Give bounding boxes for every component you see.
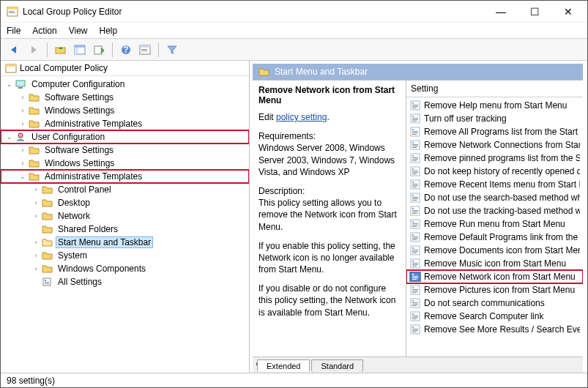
tree-item-software-settings[interactable]: ›Software Settings <box>1 91 249 104</box>
setting-row[interactable]: Remove Music icon from Start Menu <box>406 257 583 270</box>
tab-extended[interactable]: Extended <box>257 359 310 372</box>
svg-rect-13 <box>141 49 147 50</box>
setting-label: Remove Default Programs link from the St… <box>424 232 580 242</box>
setting-row[interactable]: Remove Network icon from Start Menu <box>406 270 583 283</box>
setting-row[interactable]: Remove pinned programs list from the Sta… <box>406 152 583 165</box>
up-folder-button[interactable] <box>53 42 69 58</box>
view-tabs: ⟨ Extended Standard <box>253 357 583 373</box>
tree-item-software-settings[interactable]: ›Software Settings <box>1 143 249 157</box>
forward-button[interactable] <box>26 42 42 58</box>
menu-action[interactable]: Action <box>32 26 56 36</box>
show-hide-tree-button[interactable] <box>72 42 88 58</box>
properties-button[interactable] <box>137 42 153 58</box>
column-header-setting[interactable]: Setting <box>406 81 583 97</box>
tree-item-control-panel[interactable]: ›Control Panel <box>1 183 249 196</box>
close-button[interactable]: ✕ <box>558 6 578 18</box>
svg-rect-1 <box>7 7 18 10</box>
svg-rect-105 <box>412 313 414 315</box>
expand-icon[interactable]: ⌄ <box>5 133 14 141</box>
setting-row[interactable]: Turn off user tracking <box>406 112 583 125</box>
svg-rect-92 <box>412 277 418 278</box>
tree-item-start-menu-taskbar[interactable]: ›Start Menu and Taskbar <box>1 236 249 249</box>
filter-button[interactable] <box>164 42 180 58</box>
setting-row[interactable]: Do not keep history of recently opened d… <box>406 165 583 178</box>
svg-rect-71 <box>412 223 418 224</box>
expand-icon[interactable]: › <box>18 106 27 115</box>
setting-row[interactable]: Do not use the tracking-based method whe <box>406 204 583 217</box>
tree-item-network[interactable]: ›Network <box>1 209 249 223</box>
tree-item-shared-folders[interactable]: Shared Folders <box>1 223 249 236</box>
expand-icon[interactable]: › <box>31 251 40 260</box>
setting-label: Remove All Programs list from the Start … <box>424 127 580 137</box>
expand-icon[interactable]: ⌄ <box>18 172 27 181</box>
svg-rect-73 <box>412 226 417 227</box>
tree-item-system[interactable]: ›System <box>1 249 249 262</box>
tab-standard[interactable]: Standard <box>311 359 363 372</box>
expand-icon[interactable]: › <box>31 185 40 194</box>
svg-rect-107 <box>412 317 418 318</box>
setting-row[interactable]: Remove Pictures icon from Start Menu <box>406 283 583 296</box>
window-controls: — ☐ ✕ <box>491 6 578 18</box>
expand-icon[interactable]: › <box>31 212 40 220</box>
setting-row[interactable]: Remove Network Connections from Start M <box>406 138 583 152</box>
menu-view[interactable]: View <box>69 26 88 36</box>
edit-policy-link[interactable]: policy setting <box>276 112 327 122</box>
expand-icon[interactable]: › <box>31 238 40 247</box>
svg-rect-62 <box>412 198 418 199</box>
setting-row[interactable]: Do not use the search-based method when <box>406 191 583 204</box>
setting-row[interactable]: Remove Documents icon from Start Menu <box>406 244 583 257</box>
tree-root-label[interactable]: Local Computer Policy <box>20 63 108 73</box>
expand-icon[interactable]: › <box>18 146 27 154</box>
svg-rect-95 <box>412 287 414 288</box>
tree-item-admin-templates[interactable]: ⌄Administrative Templates <box>1 170 249 183</box>
export-list-button[interactable] <box>91 42 107 58</box>
setting-row[interactable]: Remove Run menu from Start Menu <box>406 217 583 231</box>
expand-icon[interactable]: › <box>18 119 27 128</box>
description-label: Description: <box>258 186 305 196</box>
tree-item-desktop[interactable]: ›Desktop <box>1 196 249 209</box>
expand-icon[interactable]: › <box>31 198 40 207</box>
expand-icon[interactable]: › <box>18 93 27 102</box>
toolbar-separator <box>47 42 48 57</box>
titlebar: Local Group Policy Editor — ☐ ✕ <box>1 1 587 23</box>
tree-item-windows-settings[interactable]: ›Windows Settings <box>1 104 249 117</box>
menu-file[interactable]: File <box>7 26 21 36</box>
setting-label: Remove Documents icon from Start Menu <box>424 245 580 255</box>
tree-item-admin-templates[interactable]: ›Administrative Templates <box>1 117 249 130</box>
setting-row[interactable]: Remove Search Computer link <box>406 310 583 323</box>
expand-icon[interactable]: › <box>31 264 40 273</box>
toolbar: ? <box>1 39 587 61</box>
back-button[interactable] <box>7 42 23 58</box>
expand-icon[interactable]: ⌄ <box>5 80 14 89</box>
svg-rect-112 <box>412 330 418 331</box>
menu-help[interactable]: Help <box>100 26 118 36</box>
svg-rect-86 <box>412 263 418 264</box>
setting-label: Remove See More Results / Search Everywh <box>424 324 580 335</box>
svg-rect-14 <box>141 51 147 51</box>
tree-item-all-settings[interactable]: All Settings <box>1 275 249 288</box>
setting-row[interactable]: Remove See More Results / Search Everywh <box>406 323 583 336</box>
description-column: Remove Network icon from Start Menu Edit… <box>253 81 406 357</box>
svg-rect-76 <box>412 236 418 237</box>
setting-row[interactable]: Remove Default Programs link from the St… <box>406 231 583 244</box>
setting-row[interactable]: Remove Help menu from Start Menu <box>406 99 583 112</box>
setting-row[interactable]: Do not search communications <box>406 296 583 310</box>
help-button[interactable]: ? <box>118 42 134 58</box>
svg-rect-78 <box>412 239 417 240</box>
policy-icon <box>409 113 421 124</box>
maximize-button[interactable]: ☐ <box>524 6 545 18</box>
expand-icon[interactable]: › <box>18 159 27 168</box>
tree-item-windows-settings[interactable]: ›Windows Settings <box>1 157 249 170</box>
svg-rect-23 <box>45 283 49 284</box>
svg-rect-66 <box>412 210 418 211</box>
tree-item-computer-configuration[interactable]: ⌄ Computer Configuration <box>1 78 249 91</box>
svg-rect-42 <box>412 146 418 146</box>
minimize-button[interactable]: — <box>491 6 511 18</box>
tree[interactable]: ⌄ Computer Configuration ›Software Setti… <box>1 76 249 373</box>
svg-rect-7 <box>75 48 78 54</box>
setting-row[interactable]: Remove Recent Items menu from Start Men <box>406 178 583 191</box>
setting-row[interactable]: Remove All Programs list from the Start … <box>406 125 583 138</box>
tree-item-user-configuration[interactable]: ⌄ User Configuration <box>1 130 249 143</box>
description-text-1: This policy setting allows you to remove… <box>258 198 397 231</box>
tree-item-windows-components[interactable]: ›Windows Components <box>1 262 249 275</box>
